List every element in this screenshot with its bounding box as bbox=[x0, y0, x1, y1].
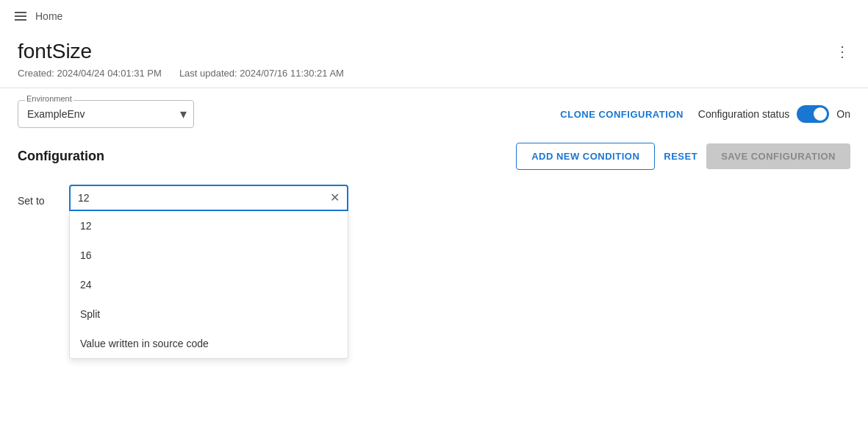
add-condition-button[interactable]: ADD NEW CONDITION bbox=[516, 143, 655, 170]
set-to-row: Set to ✕ 12 16 24 Split Value written in… bbox=[18, 185, 850, 211]
save-configuration-button[interactable]: SAVE CONFIGURATION bbox=[706, 143, 850, 169]
top-bar: Home bbox=[0, 0, 868, 32]
dropdown-container: ✕ 12 16 24 Split Value written in source… bbox=[69, 185, 348, 211]
dropdown-input-wrapper: ✕ bbox=[69, 185, 348, 211]
clone-configuration-button[interactable]: CLONE CONFIGURATION bbox=[560, 109, 683, 120]
header-section: fontSize ⋮ Created: 2024/04/24 04:01:31 … bbox=[0, 32, 868, 88]
meta-info: Created: 2024/04/24 04:01:31 PM Last upd… bbox=[18, 68, 850, 79]
menu-icon[interactable] bbox=[15, 12, 26, 21]
set-to-label: Set to bbox=[18, 195, 54, 207]
environment-label: Environment bbox=[25, 94, 73, 103]
environment-select[interactable]: ExampleEnv bbox=[18, 100, 194, 128]
list-item[interactable]: 12 bbox=[70, 211, 348, 241]
main-content: Environment ExampleEnv ▾ CLONE CONFIGURA… bbox=[0, 88, 868, 223]
set-to-input[interactable] bbox=[78, 192, 330, 204]
config-status-label: Configuration status bbox=[698, 108, 790, 120]
reset-button[interactable]: RESET bbox=[664, 151, 697, 162]
list-item[interactable]: Split bbox=[70, 299, 348, 329]
toolbar-row: Environment ExampleEnv ▾ CLONE CONFIGURA… bbox=[18, 100, 850, 128]
config-actions: ADD NEW CONDITION RESET SAVE CONFIGURATI… bbox=[516, 143, 850, 170]
page-title: fontSize bbox=[18, 40, 92, 63]
updated-label: Last updated: 2024/07/16 11:30:21 AM bbox=[179, 68, 344, 79]
list-item[interactable]: Value written in source code bbox=[70, 329, 348, 358]
config-status-value: On bbox=[836, 108, 850, 120]
configuration-label: Configuration bbox=[18, 149, 104, 164]
config-status-toggle[interactable] bbox=[797, 105, 829, 123]
dropdown-list: 12 16 24 Split Value written in source c… bbox=[69, 211, 348, 359]
page-title-row: fontSize ⋮ bbox=[18, 40, 850, 63]
home-link[interactable]: Home bbox=[35, 10, 62, 22]
list-item[interactable]: 24 bbox=[70, 270, 348, 299]
config-section-row: Configuration ADD NEW CONDITION RESET SA… bbox=[18, 143, 850, 170]
right-toolbar: CLONE CONFIGURATION Configuration status… bbox=[560, 105, 850, 123]
list-item[interactable]: 16 bbox=[70, 241, 348, 270]
config-status-group: Configuration status On bbox=[698, 105, 850, 123]
created-label: Created: 2024/04/24 04:01:31 PM bbox=[18, 68, 162, 79]
clear-icon[interactable]: ✕ bbox=[330, 192, 340, 204]
environment-select-wrapper: Environment ExampleEnv ▾ bbox=[18, 100, 194, 128]
more-vert-icon[interactable]: ⋮ bbox=[835, 43, 850, 60]
